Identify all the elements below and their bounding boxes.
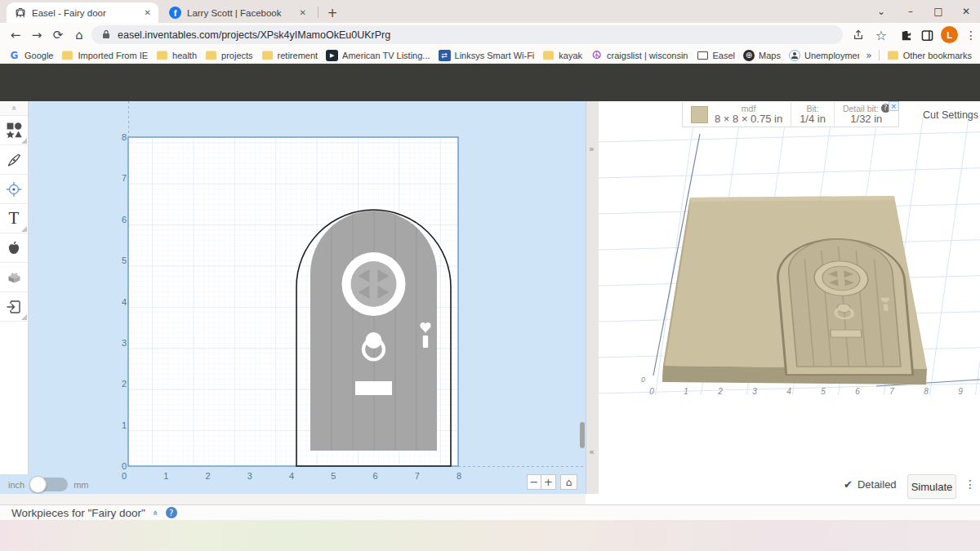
text-icon: T	[9, 210, 20, 227]
axis-label: 5	[819, 387, 827, 396]
collapse-left-icon[interactable]: «	[589, 447, 595, 457]
tab-close-icon[interactable]: ✕	[300, 8, 306, 17]
workpieces-bar[interactable]: Workpieces for "Fairy door" « ?	[0, 504, 980, 520]
expand-right-icon[interactable]: »	[589, 144, 595, 154]
fairy-door-design[interactable]	[296, 207, 451, 466]
shapes-tool[interactable]	[0, 116, 28, 145]
material-selector[interactable]: mdf 8 × 8 × 0.75 in	[683, 102, 791, 127]
close-button[interactable]: ✕	[952, 0, 980, 23]
import-tool[interactable]	[0, 292, 28, 322]
collapse-up-icon: «	[10, 105, 19, 110]
bookmarks-overflow-icon[interactable]: »	[866, 50, 871, 61]
tab-easel[interactable]: Easel - Fairy door ✕	[7, 2, 158, 23]
material-dimensions: 8 × 8 × 0.75 in	[715, 113, 782, 126]
toggle-knob[interactable]	[29, 476, 47, 493]
canvas-horizontal-scrollbar[interactable]	[0, 494, 586, 504]
profile-avatar[interactable]: L	[941, 26, 958, 43]
design-canvas[interactable]: 876543210 012345678	[29, 101, 586, 494]
pen-tool[interactable]	[0, 145, 28, 175]
design-toolbar: « T	[0, 101, 29, 474]
window-menu-icon[interactable]: ⌄	[867, 0, 895, 23]
axis-label: 3	[751, 387, 759, 396]
share-icon[interactable]	[849, 26, 867, 44]
ruler-label: 4	[122, 295, 127, 309]
corner-fold	[21, 226, 27, 232]
panel-divider: » «	[586, 101, 599, 494]
apps-tool[interactable]	[0, 233, 28, 263]
bookmark-item[interactable]: craigslist | wisconsin	[590, 50, 688, 61]
easel-header: PRO Fairy door ☆ ProjectEditMachineToolb…	[0, 64, 980, 101]
bit-label: Bit:	[806, 104, 818, 113]
origin-tool[interactable]	[0, 175, 28, 204]
detail-bit-selector[interactable]: Detail bit: ? 1/32 in ×	[834, 102, 898, 127]
door-mail-slot[interactable]	[355, 381, 392, 395]
simulate-button[interactable]: Simulate	[907, 474, 956, 499]
bookmark-item[interactable]: Linksys Smart Wi-Fi	[439, 50, 535, 61]
toolbar-collapse[interactable]: «	[0, 101, 28, 116]
bookmark-item[interactable]: kayak	[542, 50, 582, 61]
bookmark-item[interactable]: Google	[8, 50, 53, 61]
back-icon[interactable]: ←	[7, 26, 24, 44]
bookmark-item[interactable]: Easel	[697, 50, 736, 61]
bookmark-item[interactable]: projects	[205, 50, 253, 61]
axis-label: 6	[853, 387, 862, 396]
door-window[interactable]	[342, 252, 406, 316]
preview-3d-scene[interactable]	[599, 101, 980, 504]
browser-menu-icon[interactable]: ⋮	[962, 26, 980, 44]
bookmark-item[interactable]: Imported From IE	[61, 50, 148, 61]
detail-bit-close-icon[interactable]: ×	[889, 101, 899, 111]
bookmark-item[interactable]: retirement	[261, 50, 318, 61]
unit-mm-label: mm	[74, 480, 88, 490]
check-icon: ✔	[844, 478, 853, 491]
tab-close-icon[interactable]: ✕	[145, 8, 151, 17]
extensions-icon[interactable]	[897, 26, 915, 44]
new-tab-button[interactable]: +	[324, 5, 341, 21]
cut-settings-button[interactable]: Cut Settings	[921, 102, 980, 127]
workpieces-help-icon[interactable]: ?	[166, 507, 177, 518]
star-icon[interactable]: ☆	[872, 26, 890, 44]
easel-favicon	[14, 7, 26, 19]
home-icon[interactable]: ⌂	[70, 26, 88, 44]
minimize-button[interactable]: –	[897, 0, 924, 23]
vertical-ruler: 876543210	[109, 131, 127, 473]
ruler-label: 0	[120, 469, 128, 482]
bookmark-item[interactable]: health	[156, 50, 197, 61]
detailed-toggle[interactable]: ✔ Detailed	[844, 478, 897, 491]
bit-selector[interactable]: Bit: 1/4 in	[791, 102, 834, 127]
axis-label: 0	[648, 387, 656, 396]
url-bar[interactable]: easel.inventables.com/projects/XPsk4yIMa…	[91, 25, 843, 44]
bookmark-item[interactable]: Unemployment Ben...	[789, 50, 859, 61]
material-info-bar: mdf 8 × 8 × 0.75 in Bit: 1/4 in Detail b…	[682, 102, 899, 127]
preview-3d-panel[interactable]: 0 0123456789 ✔ Detailed Simulate ⋮	[599, 101, 980, 504]
bookmark-item[interactable]: American TV Listing...	[326, 50, 430, 61]
bookmark-icon	[205, 50, 217, 61]
zoom-home-button[interactable]: ⌂	[560, 474, 577, 490]
forward-icon[interactable]: →	[28, 26, 46, 44]
bit-value: 1/4 in	[800, 113, 826, 126]
bookmark-item[interactable]: Maps	[743, 50, 781, 61]
axis-label: 8	[922, 387, 930, 396]
other-bookmarks[interactable]: Other bookmarks	[887, 50, 972, 61]
reload-icon[interactable]: ⟳	[49, 26, 67, 44]
carved-door-preview	[774, 239, 913, 375]
canvas-vertical-scrollbar[interactable]	[580, 422, 585, 448]
zoom-out-button[interactable]: −	[527, 474, 541, 490]
apple-icon	[6, 240, 22, 256]
unit-toggle[interactable]: inch mm	[8, 478, 89, 491]
preview-menu-icon[interactable]: ⋮	[964, 478, 976, 491]
origin-label: 0	[641, 375, 645, 384]
bookmark-icon	[542, 50, 555, 61]
ruler-label: 6	[372, 469, 380, 482]
side-panel-icon[interactable]	[918, 26, 936, 44]
ruler-label: 6	[122, 213, 127, 226]
bookmark-icon	[697, 50, 709, 61]
maximize-button[interactable]: □	[924, 0, 952, 23]
ruler-label: 7	[122, 171, 127, 184]
unit-toggle-switch[interactable]	[30, 478, 68, 491]
material-tool[interactable]	[0, 263, 28, 292]
zoom-in-button[interactable]: +	[541, 474, 556, 490]
workpieces-collapse-icon[interactable]: «	[150, 510, 161, 516]
unit-inch-label: inch	[8, 480, 24, 490]
text-tool[interactable]: T	[0, 204, 28, 233]
tab-facebook[interactable]: f Larry Scott | Facebook ✕	[162, 2, 314, 23]
